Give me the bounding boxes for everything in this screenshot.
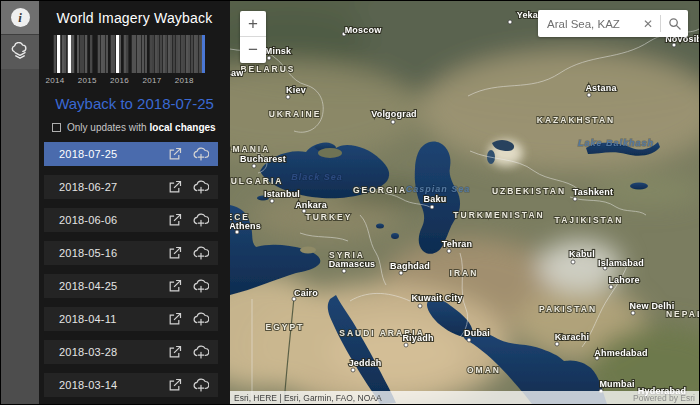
country-label: OMAN [467,365,501,375]
open-item-icon[interactable] [168,213,182,227]
search-input[interactable] [547,18,636,30]
aral-sea-region [487,140,523,166]
wayback-cloud-icon [9,42,31,62]
city-dot [631,311,635,315]
open-item-icon[interactable] [168,312,182,326]
zoom-in-button[interactable]: + [240,11,266,37]
local-changes-checkbox[interactable] [52,123,61,132]
release-date: 2018-03-14 [59,379,168,391]
city-dot [447,249,451,253]
release-row[interactable]: 2018-04-25 [44,274,218,298]
info-icon: i [11,8,30,27]
release-row[interactable]: 2018-06-06 [44,208,218,232]
city-dot [609,285,613,289]
country-label: EGYPT [266,322,305,332]
zoom-out-button[interactable]: − [240,37,266,63]
country-label: BELARUS [240,64,295,74]
city-dot [391,120,395,124]
add-layer-cloud-icon[interactable] [192,378,209,392]
open-item-icon[interactable] [168,180,182,194]
add-layer-cloud-icon[interactable] [192,180,209,194]
release-row[interactable]: 2018-03-28 [44,340,218,364]
app-window: i World Imagery Wayback 2014201520162017… [0,0,700,405]
release-list: 2018-07-25 2018-06-27 [39,142,230,397]
city-dot [555,342,559,346]
city-label: Warsaw [230,68,244,78]
timeline-active-marker[interactable] [202,35,205,73]
attribution-sources: Esri, HERE | Esri, Garmin, FAO, NOAA [234,393,382,403]
release-row[interactable]: 2018-07-25 [44,142,218,166]
city-label: Tashkent [573,187,613,197]
info-button[interactable]: i [1,1,39,35]
country-label: BULGARIA [230,176,283,186]
timeline-year-label: 2017 [142,76,161,85]
city-dot [267,56,271,60]
search-icon[interactable] [661,17,688,30]
city-label: Riyadh [402,333,433,343]
release-row[interactable]: 2018-04-11 [44,307,218,331]
clear-search-icon[interactable]: ✕ [636,17,660,31]
country-label: UZBEKISTAN [492,186,566,196]
country-label: TURKEY [306,212,353,222]
country-label: ROMANIA [230,144,270,154]
city-label: Volgograd [371,109,417,119]
release-date: 2018-04-11 [59,313,168,325]
open-item-icon[interactable] [168,279,182,293]
add-layer-cloud-icon[interactable] [192,279,209,293]
local-changes-filter[interactable]: Only updates with local changes [52,122,230,133]
wayback-button[interactable] [1,35,39,69]
release-row[interactable]: 2018-03-14 [44,373,218,397]
open-item-icon[interactable] [168,345,182,359]
water-label: Caspian Sea [406,184,471,194]
release-date: 2018-06-27 [59,181,168,193]
city-label: Astana [585,83,617,93]
release-row[interactable]: 2018-06-27 [44,175,218,199]
timeline-bars[interactable] [53,35,205,73]
city-dot [404,343,408,347]
city-label: Dubai [464,328,490,338]
city-label: Ankara [295,200,328,210]
release-date: 2018-03-28 [59,346,168,358]
city-dot [430,205,434,209]
timeline-year-label: 2018 [175,76,194,85]
city-label: Mumbai [599,379,634,389]
release-date: 2018-05-16 [59,247,168,259]
release-row[interactable]: 2018-05-16 [44,241,218,265]
open-item-icon[interactable] [168,246,182,260]
search-box: ✕ [538,10,688,37]
add-layer-cloud-icon[interactable] [192,147,209,161]
city-label: New Delhi [630,301,675,311]
country-label: UKRAINE [269,109,322,119]
country-label: IRAN [450,268,479,278]
city-dot [573,197,577,201]
country-label: TAJIKISTAN [555,215,624,225]
city-label: Minsk [265,46,292,56]
city-label: Jeddah [349,358,382,368]
wayback-panel: World Imagery Wayback 201420152016201720… [39,1,230,404]
powered-by-esri: Powered by Esri [633,393,695,403]
release-date: 2018-06-06 [59,214,168,226]
city-dot [342,269,346,273]
open-item-icon[interactable] [168,147,182,161]
city-label: Bucharest [240,154,286,164]
city-label: Kuwait City [411,293,462,303]
open-item-icon[interactable] [168,378,182,392]
city-label: Kabul [569,249,595,259]
water-label: Black Sea [291,172,343,182]
timeline-year-label: 2016 [110,76,129,85]
city-dot [467,338,471,342]
add-layer-cloud-icon[interactable] [192,312,209,326]
add-layer-cloud-icon[interactable] [192,246,209,260]
city-label: Damascus [329,259,376,269]
country-label: PAKISTAN [539,304,597,314]
country-label: GEORGIA [353,185,407,195]
add-layer-cloud-icon[interactable] [192,213,209,227]
city-dot [571,260,575,264]
city-label: Tehran [442,239,473,249]
city-label: Istanbul [264,189,300,199]
map-view[interactable]: BELARUSUKRAINEROMANIABULGARIAGEORGIATURK… [230,1,699,404]
left-rail: i [1,1,39,404]
filter-label-bold: local changes [150,122,216,133]
add-layer-cloud-icon[interactable] [192,345,209,359]
city-label: Baghdad [390,261,430,271]
